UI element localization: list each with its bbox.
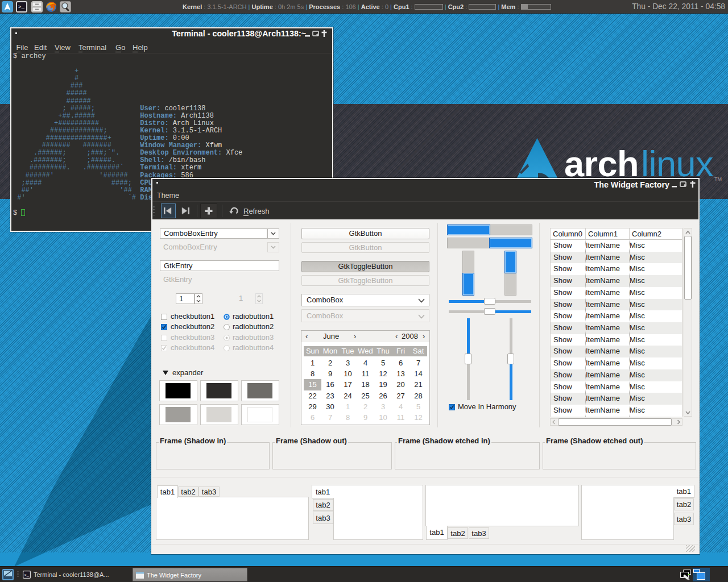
svg-text:>_: >_ xyxy=(18,5,24,10)
svg-text:TM: TM xyxy=(714,176,722,182)
svg-text:>_: >_ xyxy=(24,573,30,577)
